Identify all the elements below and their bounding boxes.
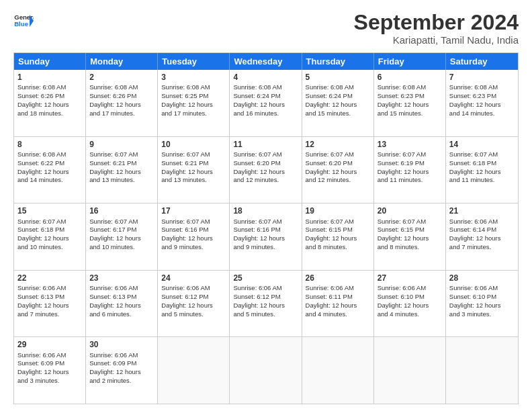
- cell-sep13: 13Sunrise: 6:07 AMSunset: 6:19 PMDayligh…: [374, 137, 446, 203]
- header-sunday: Sunday: [14, 53, 86, 70]
- cell-sep9: 9Sunrise: 6:07 AMSunset: 6:21 PMDaylight…: [86, 137, 158, 203]
- calendar-header: Sunday Monday Tuesday Wednesday Thursday…: [14, 53, 518, 70]
- cell-sep19: 19Sunrise: 6:07 AMSunset: 6:15 PMDayligh…: [302, 203, 374, 270]
- cell-empty-1: [158, 337, 230, 404]
- header-thursday: Thursday: [302, 53, 374, 70]
- cell-sep4: 4Sunrise: 6:08 AMSunset: 6:24 PMDaylight…: [230, 70, 302, 136]
- cell-sep15: 15Sunrise: 6:07 AMSunset: 6:18 PMDayligh…: [14, 203, 86, 270]
- cell-empty-3: [302, 337, 374, 404]
- main-title: September 2024: [354, 11, 519, 34]
- week-row-3: 15Sunrise: 6:07 AMSunset: 6:18 PMDayligh…: [14, 203, 518, 271]
- week-row-1: 1Sunrise: 6:08 AMSunset: 6:26 PMDaylight…: [14, 70, 518, 137]
- cell-sep11: 11Sunrise: 6:07 AMSunset: 6:20 PMDayligh…: [230, 137, 302, 203]
- week-row-5: 29Sunrise: 6:06 AMSunset: 6:09 PMDayligh…: [14, 337, 518, 404]
- cell-sep17: 17Sunrise: 6:07 AMSunset: 6:16 PMDayligh…: [158, 203, 230, 270]
- cell-sep20: 20Sunrise: 6:07 AMSunset: 6:15 PMDayligh…: [374, 203, 446, 270]
- header-saturday: Saturday: [446, 53, 518, 70]
- cell-sep30: 30Sunrise: 6:06 AMSunset: 6:09 PMDayligh…: [86, 337, 158, 404]
- cell-sep7: 7Sunrise: 6:08 AMSunset: 6:23 PMDaylight…: [446, 70, 518, 136]
- cell-sep27: 27Sunrise: 6:06 AMSunset: 6:10 PMDayligh…: [374, 271, 446, 337]
- header-monday: Monday: [86, 53, 158, 70]
- cell-sep22: 22Sunrise: 6:06 AMSunset: 6:13 PMDayligh…: [14, 271, 86, 337]
- cell-sep26: 26Sunrise: 6:06 AMSunset: 6:11 PMDayligh…: [302, 271, 374, 337]
- logo-icon: General Blue: [13, 11, 34, 31]
- cell-sep14: 14Sunrise: 6:07 AMSunset: 6:18 PMDayligh…: [446, 137, 518, 203]
- cell-sep8: 8Sunrise: 6:08 AMSunset: 6:22 PMDaylight…: [14, 137, 86, 203]
- header: General Blue September 2024 Kariapatti, …: [13, 11, 519, 46]
- cell-sep12: 12Sunrise: 6:07 AMSunset: 6:20 PMDayligh…: [302, 137, 374, 203]
- cell-empty-2: [230, 337, 302, 404]
- cell-sep10: 10Sunrise: 6:07 AMSunset: 6:21 PMDayligh…: [158, 137, 230, 203]
- cell-sep29: 29Sunrise: 6:06 AMSunset: 6:09 PMDayligh…: [14, 337, 86, 404]
- week-row-4: 22Sunrise: 6:06 AMSunset: 6:13 PMDayligh…: [14, 271, 518, 338]
- cell-sep25: 25Sunrise: 6:06 AMSunset: 6:12 PMDayligh…: [230, 271, 302, 337]
- title-block: September 2024 Kariapatti, Tamil Nadu, I…: [354, 11, 519, 46]
- page: General Blue September 2024 Kariapatti, …: [0, 0, 532, 411]
- header-wednesday: Wednesday: [230, 53, 302, 70]
- cell-empty-4: [374, 337, 446, 404]
- cell-sep21: 21Sunrise: 6:06 AMSunset: 6:14 PMDayligh…: [446, 203, 518, 270]
- subtitle: Kariapatti, Tamil Nadu, India: [354, 34, 519, 46]
- cell-sep1: 1Sunrise: 6:08 AMSunset: 6:26 PMDaylight…: [14, 70, 86, 136]
- cell-sep2: 2Sunrise: 6:08 AMSunset: 6:26 PMDaylight…: [86, 70, 158, 136]
- calendar: Sunday Monday Tuesday Wednesday Thursday…: [13, 52, 519, 404]
- calendar-body: 1Sunrise: 6:08 AMSunset: 6:26 PMDaylight…: [14, 70, 518, 404]
- cell-empty-5: [446, 337, 518, 404]
- cell-sep24: 24Sunrise: 6:06 AMSunset: 6:12 PMDayligh…: [158, 271, 230, 337]
- header-tuesday: Tuesday: [158, 53, 230, 70]
- cell-sep23: 23Sunrise: 6:06 AMSunset: 6:13 PMDayligh…: [86, 271, 158, 337]
- svg-text:Blue: Blue: [14, 20, 28, 28]
- logo: General Blue: [13, 11, 34, 31]
- week-row-2: 8Sunrise: 6:08 AMSunset: 6:22 PMDaylight…: [14, 137, 518, 204]
- cell-sep28: 28Sunrise: 6:06 AMSunset: 6:10 PMDayligh…: [446, 271, 518, 337]
- header-friday: Friday: [374, 53, 446, 70]
- cell-sep16: 16Sunrise: 6:07 AMSunset: 6:17 PMDayligh…: [86, 203, 158, 270]
- cell-sep18: 18Sunrise: 6:07 AMSunset: 6:16 PMDayligh…: [230, 203, 302, 270]
- cell-sep5: 5Sunrise: 6:08 AMSunset: 6:24 PMDaylight…: [302, 70, 374, 136]
- cell-sep3: 3Sunrise: 6:08 AMSunset: 6:25 PMDaylight…: [158, 70, 230, 136]
- cell-sep6: 6Sunrise: 6:08 AMSunset: 6:23 PMDaylight…: [374, 70, 446, 136]
